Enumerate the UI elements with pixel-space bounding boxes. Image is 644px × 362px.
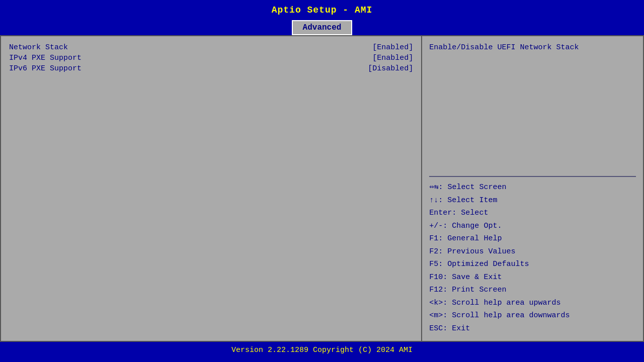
key-help-f2: F2: Previous Values: [429, 245, 636, 258]
setting-value-ipv4-pxe: [Enabled]: [372, 54, 413, 62]
setting-row-ipv4-pxe[interactable]: IPv4 PXE Support [Enabled]: [9, 53, 413, 63]
tab-advanced[interactable]: Advanced: [292, 20, 353, 35]
key-help: ⇔⇆: Select Screen ↑↓: Select Item Enter:…: [429, 181, 636, 335]
key-help-enter: Enter: Select: [429, 207, 636, 220]
key-help-f10: F10: Save & Exit: [429, 271, 636, 284]
key-help-select-item: ↑↓: Select Item: [429, 194, 636, 207]
setting-name-ipv4-pxe: IPv4 PXE Support: [9, 54, 82, 62]
setting-name-ipv6-pxe: IPv6 PXE Support: [9, 64, 82, 73]
app-title: Aptio Setup - AMI: [272, 5, 373, 15]
right-panel: Enable/Disable UEFI Network Stack ⇔⇆: Se…: [422, 36, 643, 341]
setting-row-network-stack[interactable]: Network Stack [Enabled]: [9, 42, 413, 53]
setting-name-network-stack: Network Stack: [9, 43, 68, 52]
setting-value-ipv6-pxe: [Disabled]: [368, 64, 413, 73]
setting-row-ipv6-pxe[interactable]: IPv6 PXE Support [Disabled]: [9, 63, 413, 74]
key-help-scroll-up: <k>: Scroll help area upwards: [429, 297, 636, 310]
help-text: Enable/Disable UEFI Network Stack: [429, 42, 636, 172]
status-bar: Version 2.22.1289 Copyright (C) 2024 AMI: [0, 342, 644, 360]
key-help-select-screen: ⇔⇆: Select Screen: [429, 181, 636, 194]
main-area: Network Stack [Enabled] IPv4 PXE Support…: [0, 35, 644, 342]
key-help-f12: F12: Print Screen: [429, 284, 636, 297]
divider: [429, 176, 636, 177]
left-panel: Network Stack [Enabled] IPv4 PXE Support…: [1, 36, 422, 341]
title-bar: Aptio Setup - AMI: [0, 0, 644, 18]
key-help-f1: F1: General Help: [429, 232, 636, 245]
key-help-esc: ESC: Exit: [429, 322, 636, 335]
version-text: Version 2.22.1289 Copyright (C) 2024 AMI: [231, 346, 413, 354]
key-help-f5: F5: Optimized Defaults: [429, 258, 636, 271]
key-help-change-opt: +/-: Change Opt.: [429, 220, 636, 233]
key-help-scroll-down: <m>: Scroll help area downwards: [429, 309, 636, 322]
tab-bar: Advanced: [0, 18, 644, 35]
setting-value-network-stack: [Enabled]: [372, 43, 413, 52]
